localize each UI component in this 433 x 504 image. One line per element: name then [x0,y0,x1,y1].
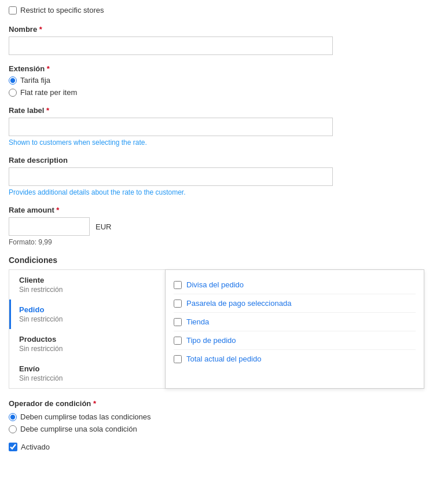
operador-una-label: Debe cumplirse una sola condición [20,425,137,433]
operador-title: Operador de condición * [9,399,424,408]
condition-cliente-title: Cliente [19,276,157,284]
condition-option-tipo: Tipo de pedido [174,331,416,350]
condition-envio-sub: Sin restricción [19,374,157,382]
rate-description-label: Rate description [9,156,424,165]
rate-amount-field-group: Rate amount * EUR Formato: 9,99 [9,206,424,246]
condition-productos-sub: Sin restricción [19,345,157,353]
tienda-checkbox[interactable] [174,318,182,326]
condition-item-pedido[interactable]: Pedido Sin restricción [9,300,165,329]
rate-label-label: Rate label * [9,106,424,115]
tarifa-fija-radio[interactable] [9,76,17,85]
tipo-checkbox[interactable] [174,337,182,345]
extension-field-group: Extensión * Tarifa fija Flat rate per it… [9,64,424,97]
condiciones-title: Condiciones [9,255,424,265]
rate-description-input[interactable] [9,167,333,186]
rate-description-field-group: Rate description Provides additional det… [9,156,424,196]
activado-label: Activado [21,443,50,451]
total-checkbox[interactable] [174,355,182,363]
extension-label: Extensión * [9,64,424,73]
pasarela-label: Pasarela de pago seleccionada [186,299,291,308]
operador-todas-label: Deben cumplirse todas las condiciones [20,412,151,421]
conditions-right-panel: Divisa del pedido Pasarela de pago selec… [165,269,424,389]
condiciones-section: Condiciones Cliente Sin restricción Pedi… [9,255,424,389]
operador-todas-row: Deben cumplirse todas las condiciones [9,412,424,421]
rate-amount-row: EUR [9,217,424,236]
rate-amount-required: * [54,206,60,214]
tienda-label: Tienda [186,317,209,326]
condition-item-productos[interactable]: Productos Sin restricción [9,329,165,359]
flat-rate-label: Flat rate per item [20,88,77,97]
condition-option-divisa: Divisa del pedido [174,276,416,294]
operador-section: Operador de condición * Deben cumplirse … [9,399,424,433]
rate-amount-format: Formato: 9,99 [9,238,424,246]
rate-description-hint: Provides additional details about the ra… [9,188,424,196]
divisa-checkbox[interactable] [174,281,182,289]
restrict-stores-label: Restrict to specific stores [20,6,104,14]
currency-label: EUR [96,222,111,231]
divisa-label: Divisa del pedido [186,280,244,289]
tarifa-fija-label: Tarifa fija [20,76,50,85]
flat-rate-row: Flat rate per item [9,88,424,97]
condition-item-cliente[interactable]: Cliente Sin restricción [9,270,165,300]
condition-productos-title: Productos [19,335,157,344]
rate-label-required: * [44,106,49,115]
rate-label-input[interactable] [9,118,333,136]
condition-option-pasarela: Pasarela de pago seleccionada [174,294,416,313]
operador-radio-group: Deben cumplirse todas las condiciones De… [9,412,424,433]
condition-envio-title: Envío [19,364,157,373]
rate-amount-label: Rate amount * [9,206,424,214]
condition-pedido-title: Pedido [19,305,157,314]
operador-una-radio[interactable] [9,425,17,433]
extension-required: * [45,64,50,73]
rate-label-field-group: Rate label * Shown to customers when sel… [9,106,424,147]
conditions-layout: Cliente Sin restricción Pedido Sin restr… [9,269,424,389]
total-label: Total actual del pedido [186,355,261,363]
rate-amount-input[interactable] [9,217,90,236]
nombre-field-group: Nombre * [9,25,424,55]
restrict-stores-row: Restrict to specific stores [9,6,424,14]
extension-radio-group: Tarifa fija Flat rate per item [9,76,424,97]
flat-rate-radio[interactable] [9,89,17,97]
operador-todas-radio[interactable] [9,413,17,421]
rate-label-hint: Shown to customers when selecting the ra… [9,138,424,147]
operador-required: * [91,399,96,408]
tipo-label: Tipo de pedido [186,336,236,345]
operador-una-row: Debe cumplirse una sola condición [9,425,424,433]
nombre-label: Nombre * [9,25,424,34]
condition-pedido-sub: Sin restricción [19,315,157,323]
restrict-stores-checkbox[interactable] [9,6,17,14]
condition-option-total: Total actual del pedido [174,350,416,368]
activado-checkbox[interactable] [9,443,17,451]
conditions-left-panel: Cliente Sin restricción Pedido Sin restr… [9,269,165,389]
condition-item-envio[interactable]: Envío Sin restricción [9,359,165,388]
nombre-input[interactable] [9,36,333,55]
activado-row: Activado [9,443,424,451]
pasarela-checkbox[interactable] [174,300,182,308]
nombre-required: * [37,25,42,34]
tarifa-fija-row: Tarifa fija [9,76,424,85]
condition-cliente-sub: Sin restricción [19,286,157,294]
condition-option-tienda: Tienda [174,313,416,331]
